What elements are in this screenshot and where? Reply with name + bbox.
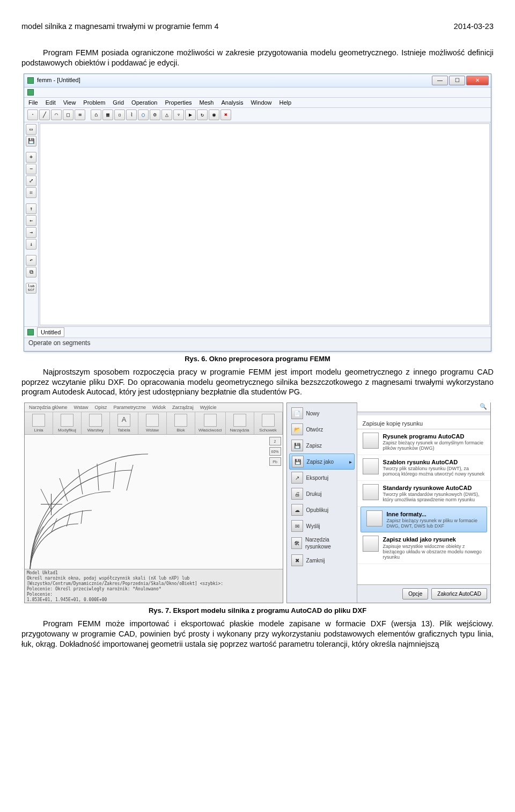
save-as-other-formats[interactable]: Inne formaty...Zapisz bieżący rysunek w …: [360, 507, 487, 533]
modify-icon[interactable]: [61, 414, 73, 427]
menu-item-save-as[interactable]: 💾Zapisz jako▸: [289, 453, 355, 470]
save-icon[interactable]: 💾: [26, 136, 36, 147]
exit-autocad-button[interactable]: Zakończ AutoCAD: [431, 588, 487, 599]
menu-item-open[interactable]: 📂Otwórz: [287, 421, 357, 437]
node-tool-icon[interactable]: ·: [27, 109, 38, 120]
props-icon[interactable]: [204, 414, 217, 427]
block-icon[interactable]: [174, 414, 187, 427]
save-as-dws[interactable]: Standardy rysunkowe AutoCADTworzy plik s…: [357, 481, 490, 507]
zoom-fit-icon[interactable]: ⤢: [26, 175, 36, 186]
menu-help[interactable]: Help: [279, 99, 292, 106]
mesh-icon[interactable]: △: [161, 109, 172, 120]
segment-tool-icon[interactable]: ╱: [39, 109, 50, 120]
menu-item-close[interactable]: ✖Zamknij: [287, 552, 357, 568]
ribbon-panel: Schowek: [254, 412, 283, 434]
script-icon[interactable]: luascr: [26, 283, 36, 294]
svg-line-9: [81, 510, 83, 524]
model-tabs[interactable]: Model Układ1: [27, 570, 281, 576]
zoom-window-icon[interactable]: ⌗: [26, 187, 36, 198]
cmd-prompt[interactable]: Polecenie:: [27, 592, 281, 597]
menu-item-save[interactable]: 💾Zapisz: [287, 437, 357, 453]
menu-file[interactable]: File: [28, 99, 38, 106]
crank-icon[interactable]: ↻: [197, 109, 208, 120]
text-icon[interactable]: A: [117, 414, 130, 427]
maximize-button[interactable]: ☐: [449, 76, 465, 85]
mini-palette-item[interactable]: 2: [269, 437, 281, 445]
layers-icon[interactable]: [89, 414, 102, 427]
block-tool-icon[interactable]: □: [63, 109, 73, 120]
line-icon[interactable]: [32, 414, 45, 427]
materials-icon[interactable]: ⚙: [150, 109, 160, 120]
femm-top-toolbar: · ╱ ◠ □ ≡ ⌂ ▦ ▫ ⌇ ◯ ⚙ △ ▿ ▶ ↻ ◉ ✖: [24, 108, 491, 122]
menu-mesh[interactable]: Mesh: [200, 99, 214, 106]
props-tool-icon[interactable]: ⌂: [91, 109, 101, 120]
open-icon[interactable]: ▭: [26, 124, 36, 135]
save-icon: 💾: [291, 440, 303, 451]
pan-left-icon[interactable]: ←: [26, 215, 36, 226]
doc-tab[interactable]: Untitled: [37, 327, 64, 337]
ribbon-tab[interactable]: Parametryczne: [113, 404, 148, 412]
other-format-icon: [366, 510, 382, 526]
minimize-button[interactable]: —: [432, 76, 448, 85]
insert-icon[interactable]: [146, 414, 159, 427]
group-tool-icon[interactable]: ≡: [75, 109, 85, 120]
side-mini-palette: 2 60% Pb: [269, 437, 281, 466]
ribbon-tab[interactable]: Zarządzaj: [171, 404, 195, 412]
menu-edit[interactable]: Edit: [46, 99, 56, 106]
menu-grid[interactable]: Grid: [113, 99, 124, 106]
view-results-icon[interactable]: ◉: [209, 109, 219, 120]
ribbon-tab[interactable]: Widok: [151, 404, 167, 412]
menu-item-new[interactable]: 📄Nowy: [287, 405, 357, 421]
cancel-icon[interactable]: ✖: [220, 109, 231, 120]
figure-7-caption: Rys. 7. Eksport modelu silnika z program…: [21, 606, 494, 616]
save-as-dwg[interactable]: Rysunek programu AutoCADZapisz bieżący r…: [357, 429, 490, 455]
grid-size-icon[interactable]: ▫: [114, 109, 125, 120]
menu-problem[interactable]: Problem: [83, 99, 105, 106]
menu-item-drawing-tools[interactable]: 🛠Narzędzia rysunkowe: [287, 534, 357, 552]
ribbon-tab[interactable]: Opisz: [94, 404, 108, 412]
arc-tool-icon[interactable]: ◠: [51, 109, 62, 120]
circle-icon[interactable]: ◯: [138, 109, 149, 120]
separator-icon: [26, 199, 35, 202]
save-layout-as-drawing[interactable]: Zapisz układ jako rysunekZapisuje wszyst…: [357, 532, 490, 564]
menu-operation[interactable]: Operation: [131, 99, 157, 106]
clipboard-icon[interactable]: [262, 414, 275, 427]
menu-item-export[interactable]: ↗Eksportuj: [287, 470, 357, 486]
ribbon-tab[interactable]: Wyjście: [199, 404, 218, 412]
grid-snap-icon[interactable]: ▦: [102, 109, 113, 120]
send-icon: ✉: [291, 520, 303, 532]
wire-icon[interactable]: ⌇: [126, 109, 137, 120]
zoom-in-icon[interactable]: +: [26, 152, 36, 163]
mini-palette-item[interactable]: Pb: [269, 457, 281, 466]
ribbon-panel: Wstaw: [138, 412, 167, 434]
ribbon-panel: Warstwy: [82, 412, 110, 434]
ribbon-tab[interactable]: Wstaw: [73, 404, 90, 412]
menu-item-print[interactable]: 🖨Drukuj: [287, 486, 357, 502]
femm-title-text: femm - [Untitled]: [35, 76, 431, 84]
tools-icon[interactable]: [233, 414, 246, 427]
save-as-dwt[interactable]: Szablon rysunku AutoCADTworzy plik szabl…: [357, 455, 490, 481]
autocad-canvas[interactable]: 2 60% Pb: [25, 435, 283, 569]
zoom-out-icon[interactable]: −: [26, 164, 36, 174]
app-menu-search[interactable]: 🔍: [357, 401, 490, 412]
menu-view[interactable]: View: [63, 99, 76, 106]
pan-down-icon[interactable]: ↓: [26, 239, 36, 250]
ribbon-tab[interactable]: Narzędzia główne: [28, 404, 69, 412]
femm-canvas[interactable]: [40, 123, 490, 325]
menu-analysis[interactable]: Analysis: [221, 99, 243, 106]
undo-icon[interactable]: ↶: [26, 255, 36, 266]
run-icon[interactable]: ▶: [185, 109, 196, 120]
menu-item-publish[interactable]: ☁Opublikuj: [287, 502, 357, 518]
copy-icon[interactable]: ⧉: [26, 267, 36, 277]
close-button[interactable]: ✕: [466, 76, 489, 85]
options-button[interactable]: Opcje: [402, 588, 428, 599]
menu-item-send[interactable]: ✉Wyślij: [287, 518, 357, 534]
delete-mesh-icon[interactable]: ▿: [173, 109, 184, 120]
menu-window[interactable]: Window: [251, 99, 271, 106]
menu-properties[interactable]: Properties: [165, 99, 192, 106]
status-coords: 1.853E+01, 1.945E+01, 0.000E+00: [27, 597, 281, 603]
pan-up-icon[interactable]: ↑: [26, 203, 36, 214]
mini-palette-item[interactable]: 60%: [269, 447, 281, 456]
pan-right-icon[interactable]: →: [26, 227, 36, 238]
svg-line-5: [127, 465, 133, 491]
